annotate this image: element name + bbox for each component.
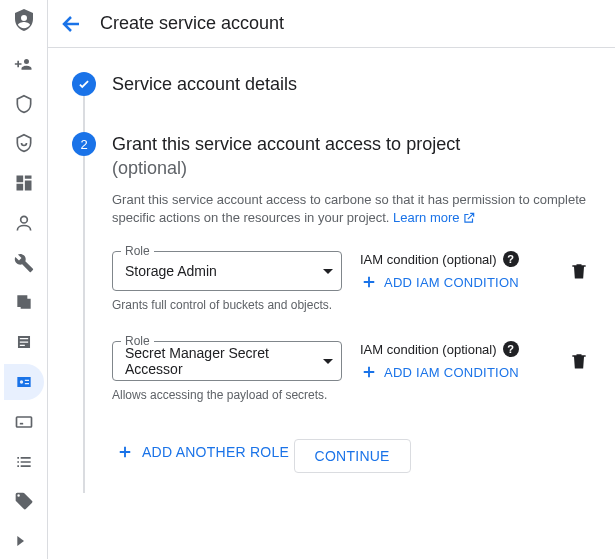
topbar: Create service account — [48, 0, 615, 48]
role-helper-1: Grants full control of buckets and objec… — [112, 297, 342, 313]
nav-list-icon[interactable] — [4, 444, 44, 480]
delete-role-2[interactable] — [567, 341, 591, 381]
step-2-description: Grant this service account access to car… — [112, 191, 591, 227]
role-field-label: Role — [121, 334, 154, 348]
add-another-role-button[interactable]: ADD ANOTHER ROLE — [112, 443, 289, 461]
dropdown-arrow-icon — [323, 359, 333, 364]
role-select-1[interactable]: Role Storage Admin — [112, 251, 342, 291]
nav-user-icon[interactable] — [4, 205, 44, 241]
continue-button[interactable]: CONTINUE — [294, 439, 411, 473]
back-button[interactable] — [60, 12, 84, 36]
role-row-1: Role Storage Admin Grants full control o… — [112, 251, 591, 313]
svg-point-0 — [20, 216, 27, 223]
nav-settings-icon[interactable] — [4, 245, 44, 281]
svg-rect-2 — [16, 417, 31, 427]
nav-shield-icon[interactable] — [4, 86, 44, 122]
step-2: 2 Grant this service account access to p… — [72, 132, 591, 473]
nav-service-accounts-icon[interactable] — [4, 364, 44, 400]
delete-role-1[interactable] — [567, 251, 591, 291]
help-icon[interactable]: ? — [503, 341, 519, 357]
step-2-title: Grant this service account access to pro… — [112, 132, 591, 156]
nav-doc-icon[interactable] — [4, 324, 44, 360]
sidebar — [0, 0, 48, 559]
add-iam-condition-2[interactable]: ADD IAM CONDITION — [360, 363, 549, 381]
nav-shield-refresh-icon[interactable] — [4, 126, 44, 162]
page-title: Create service account — [100, 13, 284, 34]
step-1-title[interactable]: Service account details — [112, 72, 591, 96]
role-row-2: Role Secret Manager Secret Accessor Allo… — [112, 341, 591, 403]
step-1: Service account details — [72, 72, 591, 96]
dropdown-arrow-icon — [323, 269, 333, 274]
step-1-complete-icon — [72, 72, 96, 96]
nav-identity-icon[interactable] — [4, 46, 44, 82]
nav-org-icon[interactable] — [4, 165, 44, 201]
role-field-value: Secret Manager Secret Accessor — [125, 345, 323, 377]
step-2-badge: 2 — [72, 132, 96, 156]
help-icon[interactable]: ? — [503, 251, 519, 267]
role-field-value: Storage Admin — [125, 263, 323, 279]
role-select-2[interactable]: Role Secret Manager Secret Accessor — [112, 341, 342, 381]
nav-tag-icon[interactable] — [4, 483, 44, 519]
add-iam-condition-1[interactable]: ADD IAM CONDITION — [360, 273, 549, 291]
step-2-subtitle: (optional) — [112, 158, 591, 179]
main-content: Service account details 2 Grant this ser… — [48, 48, 615, 559]
nav-quota-icon[interactable] — [4, 285, 44, 321]
shield-user-icon — [12, 8, 36, 32]
role-field-label: Role — [121, 244, 154, 258]
nav-card-icon[interactable] — [4, 404, 44, 440]
iam-condition-label-1: IAM condition (optional) ? — [360, 251, 549, 267]
svg-point-1 — [19, 380, 22, 383]
nav-more-icon[interactable] — [4, 523, 44, 559]
iam-condition-label-2: IAM condition (optional) ? — [360, 341, 549, 357]
role-helper-2: Allows accessing the payload of secrets. — [112, 387, 342, 403]
learn-more-link[interactable]: Learn more — [393, 209, 475, 227]
